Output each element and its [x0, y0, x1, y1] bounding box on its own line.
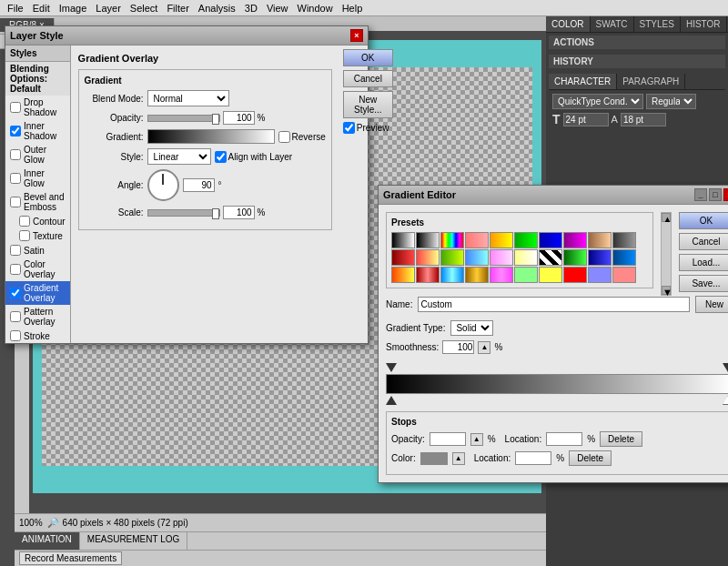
- stop-top-left[interactable]: [386, 363, 397, 372]
- opacity-slider[interactable]: [147, 115, 220, 122]
- scale-input[interactable]: [223, 206, 255, 219]
- ge-smooth-stepper[interactable]: ▲: [478, 341, 490, 354]
- ge-color-delete-btn[interactable]: Delete: [569, 450, 612, 466]
- angle-dial[interactable]: [147, 169, 179, 201]
- preset-darkblue[interactable]: [588, 249, 612, 266]
- preset-darkgreen[interactable]: [563, 249, 587, 266]
- preset-yellow[interactable]: [514, 249, 538, 266]
- style-outer-glow[interactable]: Outer Glow: [5, 143, 70, 167]
- style-drop-shadow[interactable]: Drop Shadow: [5, 96, 70, 119]
- preset-stripe[interactable]: [539, 249, 562, 266]
- preset-orange[interactable]: [490, 232, 513, 248]
- tab-animation[interactable]: ANIMATION: [15, 532, 80, 550]
- blend-mode-select[interactable]: Normal: [147, 90, 229, 106]
- scale-slider[interactable]: [147, 209, 220, 217]
- preset-rainbow[interactable]: [440, 232, 464, 248]
- ge-name-input[interactable]: Custom: [418, 297, 690, 312]
- ge-close[interactable]: ×: [723, 188, 728, 201]
- preset-brown[interactable]: [588, 232, 612, 248]
- inner-glow-check[interactable]: [10, 173, 21, 184]
- contour-check[interactable]: [19, 216, 30, 227]
- angle-input[interactable]: [183, 178, 215, 192]
- ge-color-swatch[interactable]: [420, 452, 448, 465]
- preset-cyan[interactable]: [465, 249, 489, 266]
- style-stroke[interactable]: Stroke: [5, 328, 70, 343]
- menu-filter[interactable]: Filter: [167, 3, 188, 14]
- preset-blue[interactable]: [539, 232, 562, 248]
- menu-analysis[interactable]: Analysis: [198, 3, 236, 14]
- preset-gold[interactable]: [465, 267, 489, 283]
- stroke-check[interactable]: [10, 330, 21, 341]
- menu-edit[interactable]: Edit: [33, 3, 50, 14]
- leading-input[interactable]: [621, 113, 666, 126]
- style-gradient-overlay[interactable]: Gradient Overlay: [5, 281, 70, 305]
- style-satin[interactable]: Satin: [5, 243, 70, 258]
- preset-green[interactable]: [514, 232, 538, 248]
- preset-pink2[interactable]: [490, 267, 513, 283]
- ge-minimize[interactable]: _: [694, 188, 707, 201]
- menu-layer[interactable]: Layer: [96, 3, 121, 14]
- preset-teal[interactable]: [612, 249, 636, 266]
- menu-select[interactable]: Select: [130, 3, 158, 14]
- preset-lavender[interactable]: [490, 249, 513, 266]
- preset-salmon[interactable]: [612, 267, 636, 283]
- ge-gradient-bar[interactable]: [386, 374, 728, 394]
- style-bevel-emboss[interactable]: Bevel and Emboss: [5, 190, 70, 214]
- new-style-button[interactable]: New Style...: [343, 91, 393, 118]
- tab-color[interactable]: COLOR: [546, 16, 591, 32]
- inner-shadow-check[interactable]: [10, 126, 21, 136]
- ge-type-select[interactable]: Solid: [450, 320, 493, 336]
- tab-paragraph[interactable]: PARAGRAPH: [617, 74, 685, 89]
- cancel-button[interactable]: Cancel: [343, 70, 393, 87]
- outer-glow-check[interactable]: [10, 149, 21, 160]
- tab-history[interactable]: HISTOR: [681, 16, 727, 32]
- preset-redbright[interactable]: [416, 249, 440, 266]
- preset-fire2[interactable]: [416, 267, 440, 283]
- ge-stop-location-input[interactable]: [546, 432, 582, 446]
- style-pattern-overlay[interactable]: Pattern Overlay: [5, 305, 70, 328]
- style-inner-glow[interactable]: Inner Glow: [5, 167, 70, 190]
- preset-green2[interactable]: [440, 249, 464, 266]
- ge-load-button[interactable]: Load...: [679, 254, 728, 271]
- bevel-check[interactable]: [10, 197, 21, 207]
- preset-pink[interactable]: [465, 232, 489, 248]
- ge-cancel-button[interactable]: Cancel: [679, 233, 728, 250]
- menu-help[interactable]: Help: [342, 3, 363, 14]
- opacity-input[interactable]: [223, 111, 255, 125]
- menu-image[interactable]: Image: [59, 3, 87, 14]
- style-select[interactable]: Linear: [147, 148, 211, 165]
- font-size-input[interactable]: [563, 113, 609, 126]
- preset-red3[interactable]: [563, 267, 587, 283]
- layer-style-close[interactable]: ×: [350, 29, 363, 42]
- tab-measurement[interactable]: MEASUREMENT LOG: [80, 532, 188, 550]
- pattern-overlay-check[interactable]: [10, 311, 21, 322]
- menu-view[interactable]: View: [267, 3, 288, 14]
- ok-button[interactable]: OK: [343, 49, 393, 66]
- font-style-select[interactable]: Regular: [646, 94, 696, 109]
- ge-new-button[interactable]: New: [695, 296, 728, 313]
- drop-shadow-check[interactable]: [10, 102, 21, 113]
- scale-thumb[interactable]: [212, 208, 219, 219]
- scroll-down[interactable]: ▼: [662, 286, 671, 295]
- menu-file[interactable]: File: [7, 3, 24, 14]
- menu-3d[interactable]: 3D: [245, 3, 258, 14]
- preset-lime[interactable]: [514, 267, 538, 283]
- opacity-thumb[interactable]: [212, 114, 219, 125]
- preview-check[interactable]: [343, 122, 355, 134]
- tab-character[interactable]: CHARACTER: [549, 74, 617, 89]
- texture-check[interactable]: [19, 230, 30, 241]
- menu-window[interactable]: Window: [298, 3, 333, 14]
- reverse-check[interactable]: [278, 131, 290, 143]
- style-texture[interactable]: Texture: [5, 228, 70, 243]
- preset-purple[interactable]: [563, 232, 587, 248]
- ge-stop-opacity-input[interactable]: [430, 432, 466, 446]
- satin-check[interactable]: [10, 245, 21, 256]
- ge-restore[interactable]: □: [709, 188, 722, 201]
- color-overlay-check[interactable]: [10, 264, 21, 275]
- preset-grey[interactable]: [612, 232, 636, 248]
- preset-fire[interactable]: [391, 267, 415, 283]
- ge-smooth-input[interactable]: [442, 340, 474, 354]
- preset-blue2[interactable]: [588, 267, 612, 283]
- ge-save-button[interactable]: Save...: [679, 275, 728, 292]
- blending-options-item[interactable]: Blending Options: Default: [5, 62, 70, 96]
